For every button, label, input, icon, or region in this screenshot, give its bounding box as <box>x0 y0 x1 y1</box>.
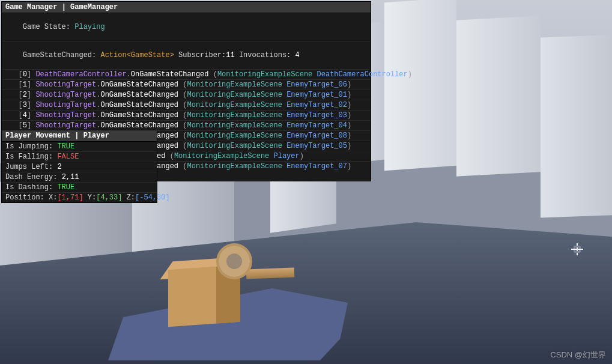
separator: | <box>62 3 70 11</box>
panel-header: Game Manager | GameManager <box>2 2 371 13</box>
label: Dash Energy: <box>5 173 57 181</box>
invocation-row: [0] DeathCameraController.OnGameStateCha… <box>2 70 371 80</box>
label: Jumps Left: <box>5 163 53 171</box>
turret-barrel <box>246 268 295 279</box>
invocation-row: [1] ShootingTarget.OnGameStateChanged (M… <box>2 80 371 90</box>
value: TRUE <box>57 142 74 151</box>
value: 2,11 <box>62 173 79 181</box>
value: FALSE <box>57 153 79 161</box>
label: Invocations: <box>239 51 291 59</box>
game-state-row: Game State: Playing <box>2 13 371 41</box>
panel-title-right: GameManager <box>70 3 118 11</box>
label: Is Jumping: <box>5 142 53 151</box>
turret-object <box>168 243 288 327</box>
value-y: [4,33] <box>96 193 122 202</box>
event-type: Action<GameState> <box>100 51 174 59</box>
value: 4 <box>295 51 300 59</box>
value: Playing <box>74 23 105 31</box>
axis-x: X: <box>49 193 57 202</box>
player-movement-panel: Player Movement | Player Is Jumping: TRU… <box>1 130 157 203</box>
building <box>541 35 612 218</box>
panel-title-left: Game Manager <box>5 3 57 11</box>
is-falling-row: Is Falling: FALSE <box>2 152 157 162</box>
panel-title-right: Player <box>83 132 109 140</box>
invocation-row: [4] ShootingTarget.OnGameStateChanged (M… <box>2 111 371 121</box>
position-row: Position: X:[1,71] Y:[4,33] Z:[-54,30] <box>2 193 157 202</box>
building <box>456 16 541 176</box>
label: Subscriber: <box>178 51 226 59</box>
label: Is Dashing: <box>5 183 53 192</box>
invocation-row: [3] ShootingTarget.OnGameStateChanged (M… <box>2 100 371 111</box>
turret-wheel <box>216 243 252 279</box>
event-header-row: GameStateChanged: Action<GameState> Subs… <box>2 41 371 70</box>
label: Position: <box>5 193 44 202</box>
value: 11 <box>226 51 234 59</box>
panel-title-left: Player Movement <box>5 132 70 140</box>
invocation-row: [2] ShootingTarget.OnGameStateChanged (M… <box>2 90 371 100</box>
label: Is Falling: <box>5 153 53 161</box>
axis-y: Y: <box>88 193 96 202</box>
value-z: [-54,30] <box>135 193 170 202</box>
jumps-left-row: Jumps Left: 2 <box>2 162 157 172</box>
axis-z: Z: <box>127 193 135 202</box>
is-jumping-row: Is Jumping: TRUE <box>2 142 157 152</box>
label: Game State: <box>23 23 70 31</box>
dash-energy-row: Dash Energy: 2,11 <box>2 172 157 183</box>
panel-header: Player Movement | Player <box>2 130 157 142</box>
building <box>384 0 456 171</box>
is-dashing-row: Is Dashing: TRUE <box>2 183 157 193</box>
separator: | <box>74 132 83 140</box>
label: GameStateChanged: <box>23 51 96 59</box>
value: TRUE <box>57 183 74 192</box>
value: 2 <box>57 163 61 171</box>
value-x: [1,71] <box>57 193 83 202</box>
